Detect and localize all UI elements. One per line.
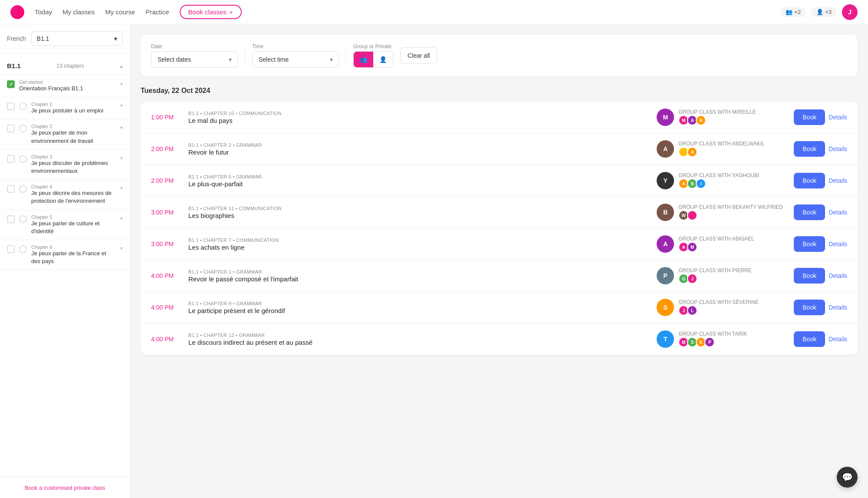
student-avatar: P <box>704 337 715 347</box>
clear-all-button[interactable]: Clear all <box>400 47 437 64</box>
level-dropdown[interactable]: B1.1 ▾ <box>31 31 123 46</box>
book-button[interactable]: Book <box>794 300 825 315</box>
group-type-group-btn[interactable]: 👥 <box>354 52 373 67</box>
teacher-info-wrap: GROUP CLASS WITH ABIGAELAM <box>678 236 754 252</box>
chapter-item[interactable]: Chapter 5Je peux parler de culture et d'… <box>0 210 130 240</box>
details-button[interactable]: Details <box>829 336 847 343</box>
class-info: B1.1 • CHAPTER 10 • COMMUNICATIONLe mal … <box>188 111 650 124</box>
class-row: 3:00 PMB1.1 • CHAPTER 7 • COMMUNICATIONL… <box>141 228 858 260</box>
class-actions: BookDetails <box>794 141 847 157</box>
group-type-buttons: 👥 👤 <box>353 51 393 68</box>
book-private-link[interactable]: Book a customised private class <box>25 485 105 491</box>
book-button[interactable]: Book <box>794 268 825 284</box>
details-button[interactable]: Details <box>829 177 847 184</box>
nav-practice[interactable]: Practice <box>145 8 169 16</box>
class-meta: B1.1 • CHAPTER 7 • COMMUNICATION <box>188 237 650 243</box>
teacher-name: GROUP CLASS WITH TARIK <box>678 331 747 337</box>
book-classes-button[interactable]: Book classes + <box>180 5 242 19</box>
class-info: B1.1 • CHAPTER 11 • COMMUNICATIONLes bio… <box>188 206 650 219</box>
chapter-info: Chapter 1Je peux postuler à un emploi <box>31 102 116 115</box>
teacher-section: SGROUP CLASS WITH SÉVERINEJL <box>657 299 787 316</box>
private-icon: 👤 <box>816 9 823 15</box>
chapter-checkbox <box>7 245 15 253</box>
teacher-info-wrap: GROUP CLASS WITH SÉVERINEJL <box>678 299 758 316</box>
chapter-info: Chapter 5Je peux parler de culture et d'… <box>31 214 116 235</box>
lang-selector: French B1.1 ▾ <box>0 24 130 53</box>
student-avatar <box>687 210 697 221</box>
nav-my-classes[interactable]: My classes <box>62 8 95 16</box>
chapter-title: Je peux postuler à un emploi <box>31 107 116 115</box>
group-type-private-btn[interactable]: 👤 <box>373 52 393 67</box>
chapter-item[interactable]: Get startedOrientation Français B1.1▴ <box>0 75 130 97</box>
class-name: Revoir le passé composé et l'imparfait <box>188 275 650 283</box>
top-nav: Today My classes My course Practice Book… <box>0 0 868 24</box>
private-count-badge[interactable]: 👤 ×3 <box>811 7 837 17</box>
class-name: Le discours indirect au présent et au pa… <box>188 339 650 346</box>
teacher-name: GROUP CLASS WITH PIERRE <box>678 267 751 274</box>
details-button[interactable]: Details <box>829 145 847 152</box>
time-select[interactable]: Select time <box>252 51 339 68</box>
teacher-name: GROUP CLASS WITH MIREILLE <box>678 109 756 115</box>
book-button[interactable]: Book <box>794 331 825 347</box>
chapter-item[interactable]: Chapter 1Je peux postuler à un emploi▾ <box>0 97 130 119</box>
teacher-avatar: Y <box>657 172 674 189</box>
chapter-item[interactable]: Chapter 3Je peux discuter de problèmes e… <box>0 150 130 180</box>
chapter-checkbox <box>7 125 15 132</box>
chapter-item[interactable]: Chapter 4Je peux décrire des mesures de … <box>0 180 130 210</box>
details-button[interactable]: Details <box>829 209 847 216</box>
details-button[interactable]: Details <box>829 272 847 279</box>
teacher-section: BGROUP CLASS WITH BEKANTY WILFRIEDW <box>657 204 787 221</box>
filter-divider-2 <box>346 47 346 64</box>
chapter-item[interactable]: Chapter 6Je peux parler de la France et … <box>0 240 130 270</box>
chapter-expand-icon: ▾ <box>120 185 123 191</box>
group-count-badge[interactable]: 👥 ×2 <box>780 7 806 17</box>
chapter-number: Chapter 3 <box>31 154 116 159</box>
chapter-item[interactable]: Chapter 2Je peux parler de mon environne… <box>0 119 130 149</box>
book-button[interactable]: Book <box>794 109 825 125</box>
user-avatar[interactable]: J <box>842 4 858 20</box>
teacher-avatar: S <box>657 299 674 316</box>
chapter-progress-circle <box>19 215 27 223</box>
nav-today[interactable]: Today <box>35 8 52 16</box>
book-button[interactable]: Book <box>794 173 825 188</box>
teacher-section: TGROUP CLASS WITH TARIKMSKP <box>657 330 787 348</box>
date-select[interactable]: Select dates <box>151 51 238 68</box>
chevron-up-icon: ▴ <box>120 63 123 69</box>
class-meta: B1.1 • CHAPTER 2 • GRAMMAR <box>188 142 650 148</box>
chapter-number: Chapter 1 <box>31 102 116 107</box>
student-avatars: MAA <box>678 115 756 125</box>
chapter-items-container: Get startedOrientation Français B1.1▴Cha… <box>0 75 130 270</box>
class-row: 4:00 PMB1.1 • CHAPTER 1 • GRAMMARRevoir … <box>141 260 858 292</box>
student-avatars: MSKP <box>678 337 747 347</box>
class-actions: BookDetails <box>794 331 847 347</box>
chapter-expand-icon: ▾ <box>120 125 123 131</box>
class-name: Le plus-que-parfait <box>188 180 650 188</box>
date-label: Date <box>151 43 238 49</box>
details-button[interactable]: Details <box>829 114 847 121</box>
chapter-done-icon <box>7 80 15 88</box>
chapter-expand-icon: ▾ <box>120 215 123 221</box>
nav-my-course[interactable]: My course <box>105 8 135 16</box>
teacher-name: GROUP CLASS WITH ABIGAEL <box>678 236 754 242</box>
book-button[interactable]: Book <box>794 204 825 220</box>
chapter-list: B1.1 13 chapters ▴ Get startedOrientatio… <box>0 53 130 477</box>
class-info: B1.1 • CHAPTER 9 • GRAMMARLe participe p… <box>188 301 650 314</box>
class-time: 3:00 PM <box>151 209 181 216</box>
teacher-info-wrap: GROUP CLASS WITH MIREILLEMAA <box>678 109 756 125</box>
chapter-progress-circle <box>19 125 27 132</box>
book-button[interactable]: Book <box>794 141 825 157</box>
details-button[interactable]: Details <box>829 241 847 247</box>
logo[interactable] <box>10 5 24 19</box>
chapter-checkbox <box>7 215 15 223</box>
book-button[interactable]: Book <box>794 236 825 252</box>
date-heading: Tuesday, 22 Oct 2024 <box>141 87 858 95</box>
time-label: Time <box>252 43 339 49</box>
chat-fab[interactable]: 💬 <box>837 467 858 488</box>
chapter-title: Je peux parler de mon environnement de t… <box>31 129 116 145</box>
class-row: 3:00 PMB1.1 • CHAPTER 11 • COMMUNICATION… <box>141 197 858 228</box>
group-private-label: Group or Private <box>353 43 393 49</box>
class-info: B1.1 • CHAPTER 2 • GRAMMARRevoir le futu… <box>188 142 650 156</box>
time-select-wrapper: Select time <box>252 51 339 68</box>
teacher-section: AGROUP CLASS WITH ABIGAELAM <box>657 235 787 253</box>
details-button[interactable]: Details <box>829 304 847 311</box>
